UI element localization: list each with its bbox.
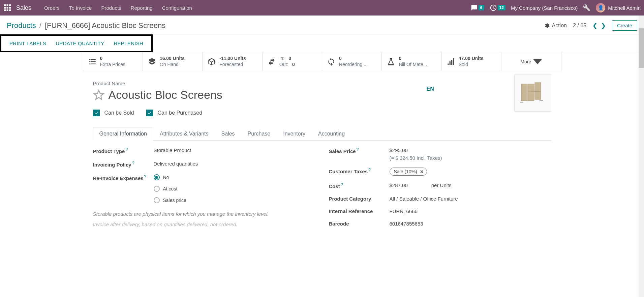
list-icon	[88, 57, 97, 66]
svg-rect-6	[4, 9, 6, 11]
internal-ref-label: Internal Reference	[329, 208, 390, 214]
svg-rect-11	[535, 83, 541, 99]
screen-image-icon	[519, 81, 546, 105]
sales-price-value[interactable]: $295.00	[390, 147, 442, 153]
breadcrumb-current: [FURN_6666] Acoustic Bloc Screens	[45, 21, 165, 30]
stat-reordering[interactable]: 0Reordering ...	[322, 52, 382, 71]
svg-rect-2	[9, 4, 11, 6]
messages-button[interactable]: 6	[470, 4, 484, 11]
product-name[interactable]: Acoustic Bloc Screens	[109, 88, 222, 101]
user-name: Mitchell Admin	[608, 5, 641, 11]
menu-orders[interactable]: Orders	[39, 1, 64, 15]
replenish-button[interactable]: REPLENISH	[109, 40, 148, 46]
barcode-label: Barcode	[329, 221, 390, 227]
check-icon	[147, 111, 152, 115]
invoicing-policy-label: Invoicing Policy?	[93, 161, 154, 168]
category-value[interactable]: All / Saleable / Office Furniture	[390, 196, 458, 202]
tax-tag-remove[interactable]: ✕	[420, 169, 424, 174]
company-selector[interactable]: My Company (San Francisco)	[511, 5, 578, 11]
can-be-sold-checkbox[interactable]: Can be Sold	[93, 110, 134, 116]
chat-icon	[470, 4, 478, 11]
check-icon	[94, 111, 99, 115]
menu-products[interactable]: Products	[96, 1, 126, 15]
internal-ref-value[interactable]: FURN_6666	[390, 208, 418, 214]
category-label: Product Category	[329, 196, 390, 202]
stat-sold[interactable]: 47.00 UnitsSold	[442, 52, 501, 71]
avatar: 👤	[596, 3, 605, 12]
cost-per: per Units	[431, 182, 452, 188]
boxes-icon	[148, 57, 156, 66]
favorite-star-icon[interactable]	[93, 89, 104, 101]
activities-button[interactable]: 12	[490, 4, 505, 11]
box-icon	[207, 57, 216, 66]
svg-rect-0	[4, 4, 6, 6]
svg-rect-3	[4, 7, 6, 9]
stat-forecasted[interactable]: -11.00 UnitsForecasted	[203, 52, 262, 71]
caret-down-icon	[533, 57, 542, 66]
svg-rect-5	[9, 7, 11, 9]
menu-configuration[interactable]: Configuration	[157, 1, 197, 15]
invoicing-policy-value[interactable]: Delivered quantities	[154, 161, 198, 167]
tabs: General Information Attributes & Variant…	[93, 127, 551, 141]
scrollbar[interactable]	[639, 16, 644, 254]
product-type-value[interactable]: Storable Product	[154, 147, 191, 153]
stat-bom[interactable]: 0Bill Of Mate...	[382, 52, 441, 71]
tab-sales[interactable]: Sales	[215, 127, 241, 141]
tax-tag[interactable]: Sale (10%)✕	[390, 168, 427, 176]
cost-value[interactable]: $287.00	[390, 182, 408, 188]
stat-extra-prices[interactable]: 0Extra Prices	[83, 52, 143, 71]
user-menu[interactable]: 👤 Mitchell Admin	[596, 3, 641, 12]
menu-to-invoice[interactable]: To Invoice	[64, 1, 97, 15]
gear-icon	[544, 23, 550, 28]
breadcrumb-bar: Products / [FURN_6666] Acoustic Bloc Scr…	[0, 16, 644, 34]
wrench-icon[interactable]	[583, 4, 590, 11]
apps-icon[interactable]	[3, 4, 11, 12]
pager-next[interactable]: ❯	[601, 22, 606, 29]
svg-rect-7	[7, 9, 8, 11]
radio-sales-price[interactable]: Sales price	[154, 197, 186, 203]
svg-rect-10	[528, 84, 534, 101]
can-be-purchased-checkbox[interactable]: Can be Purchased	[146, 110, 203, 116]
print-labels-button[interactable]: PRINT LABELS	[5, 40, 51, 46]
tab-purchase[interactable]: Purchase	[241, 127, 277, 141]
language-badge[interactable]: EN	[427, 86, 434, 92]
stat-in-out[interactable]: In:0 Out:0	[263, 52, 322, 71]
pager[interactable]: 2 / 65	[573, 23, 586, 29]
product-header: Product Name Acoustic Bloc Screens EN Ca…	[83, 71, 561, 120]
tab-attributes[interactable]: Attributes & Variants	[153, 127, 215, 141]
pager-prev[interactable]: ❮	[592, 22, 597, 29]
stat-on-hand[interactable]: 16.00 UnitsOn Hand	[143, 52, 203, 71]
radio-at-cost[interactable]: At cost	[154, 186, 186, 192]
customer-taxes-label: Customer Taxes?	[329, 168, 390, 174]
svg-rect-9	[521, 84, 527, 101]
help-note-1: Storable products are physical items for…	[93, 210, 315, 218]
svg-rect-4	[7, 7, 8, 9]
svg-rect-8	[9, 9, 11, 11]
msg-badge: 6	[479, 5, 484, 10]
arrows-icon	[267, 57, 276, 66]
tab-inventory[interactable]: Inventory	[277, 127, 312, 141]
tab-accounting[interactable]: Accounting	[312, 127, 351, 141]
barcode-value[interactable]: 601647855653	[390, 221, 423, 227]
product-type-label: Product Type?	[93, 147, 154, 154]
radio-no[interactable]: No	[154, 174, 186, 180]
main-menu: Orders To Invoice Products Reporting Con…	[39, 1, 197, 15]
product-name-label: Product Name	[93, 81, 551, 86]
reinvoice-label: Re-Invoice Expenses?	[93, 174, 154, 181]
form-body: Product Type? Storable Product Invoicing…	[83, 141, 561, 240]
create-button[interactable]: Create	[612, 20, 637, 31]
action-dropdown[interactable]: Action	[544, 23, 566, 29]
svg-rect-1	[7, 4, 8, 6]
action-buttons-row: PRINT LABELS UPDATE QUANTITY REPLENISH	[0, 34, 153, 52]
menu-reporting[interactable]: Reporting	[126, 1, 157, 15]
product-image[interactable]	[514, 75, 551, 112]
breadcrumb-root[interactable]: Products	[7, 21, 36, 30]
tab-general[interactable]: General Information	[93, 127, 153, 141]
breadcrumb-sep: /	[36, 21, 45, 30]
clock-icon	[490, 4, 497, 11]
activity-badge: 12	[498, 5, 505, 10]
stat-more[interactable]: More	[501, 52, 561, 71]
update-quantity-button[interactable]: UPDATE QUANTITY	[51, 40, 109, 46]
sales-price-label: Sales Price?	[329, 147, 390, 154]
brand[interactable]: Sales	[16, 4, 31, 11]
